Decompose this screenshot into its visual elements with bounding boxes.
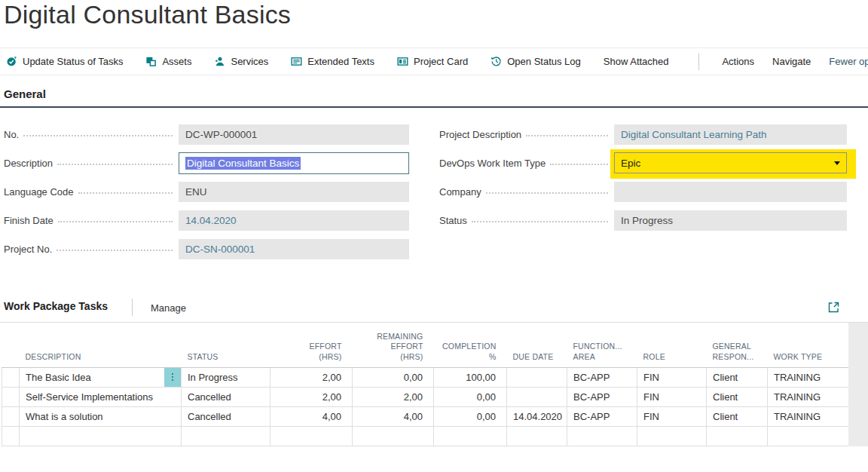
effort-cell[interactable]: 4,00: [270, 406, 353, 426]
task-row-empty[interactable]: [2, 426, 868, 446]
description-field: Description Digital Consultant Basics: [4, 152, 409, 173]
effort-cell[interactable]: 2,00: [270, 387, 353, 406]
general-responsibility-cell[interactable]: Client: [707, 367, 768, 387]
completion-cell[interactable]: [434, 426, 507, 446]
role-cell[interactable]: FIN: [637, 387, 707, 406]
due-date-cell[interactable]: 14.04.2020: [507, 406, 567, 426]
task-row[interactable]: What is a solution Cancelled 4,00 4,00 0…: [2, 406, 868, 426]
column-header-role[interactable]: ROLE: [637, 323, 707, 367]
column-header-due-date[interactable]: DUE DATE: [507, 323, 567, 367]
status-value: In Progress: [614, 210, 847, 231]
remaining-effort-cell[interactable]: [353, 426, 434, 446]
update-status-icon: [6, 56, 17, 67]
row-options-icon[interactable]: [164, 368, 181, 387]
toolbar-label: Extended Texts: [307, 56, 374, 67]
due-date-cell[interactable]: [507, 367, 567, 387]
description-input[interactable]: Digital Consultant Basics: [179, 152, 409, 174]
description-cell[interactable]: Self-Service Implementations: [20, 387, 182, 406]
project-card-button[interactable]: Project Card: [397, 56, 468, 67]
status-cell[interactable]: Cancelled: [182, 387, 270, 406]
row-selector-cell[interactable]: [2, 387, 20, 406]
description-cell[interactable]: [20, 426, 182, 446]
due-date-cell[interactable]: [507, 426, 567, 446]
language-code-label: Language Code: [4, 186, 78, 198]
row-selector-header: [2, 323, 20, 367]
row-selector-cell[interactable]: [2, 426, 20, 446]
description-cell[interactable]: What is a solution: [20, 406, 182, 426]
tasks-heading-separator: [132, 299, 133, 316]
tasks-section-heading[interactable]: Work Package Tasks: [4, 300, 108, 312]
remaining-effort-cell[interactable]: 4,00: [353, 406, 434, 426]
function-area-cell[interactable]: BC-APP: [567, 367, 637, 387]
table-scrollbar-gutter[interactable]: [848, 323, 868, 446]
effort-cell[interactable]: 2,00: [270, 367, 353, 387]
role-cell[interactable]: FIN: [637, 367, 707, 387]
task-row[interactable]: Self-Service Implementations Cancelled 2…: [2, 387, 868, 406]
remaining-effort-cell[interactable]: 2,00: [353, 387, 434, 406]
description-cell[interactable]: The Basic Idea: [20, 367, 182, 387]
column-header-effort[interactable]: EFFORT(HRS): [270, 323, 353, 367]
project-no-field: Project No. DC-SN-000001: [4, 238, 409, 259]
no-field: No. DC-WP-000001: [4, 124, 409, 145]
row-selector-cell[interactable]: [2, 406, 20, 426]
open-status-log-button[interactable]: Open Status Log: [491, 56, 581, 67]
row-selector-cell[interactable]: [2, 367, 20, 387]
status-field: Status In Progress: [439, 210, 847, 231]
devops-work-item-type-field: DevOps Work Item Type Epic: [439, 152, 847, 173]
assets-icon: [145, 56, 157, 67]
history-icon: [491, 56, 502, 67]
status-cell[interactable]: [182, 426, 270, 446]
page-title: Digital Consultant Basics: [4, 0, 291, 29]
fewer-options-menu[interactable]: Fewer options: [829, 56, 868, 67]
extended-texts-button[interactable]: Extended Texts: [291, 56, 374, 67]
role-cell[interactable]: [637, 426, 707, 446]
action-toolbar: Update Status of Tasks Assets Services E…: [0, 48, 868, 75]
toolbar-separator: [698, 54, 699, 70]
due-date-cell[interactable]: [507, 387, 567, 406]
services-button[interactable]: Services: [214, 56, 268, 67]
toolbar-label: Project Card: [414, 56, 468, 67]
completion-cell[interactable]: 100,00: [434, 367, 507, 387]
column-header-completion[interactable]: COMPLETION%: [434, 323, 507, 367]
role-cell[interactable]: FIN: [637, 406, 707, 426]
dotted-leader: [78, 192, 173, 194]
language-code-value: ENU: [179, 182, 409, 202]
remaining-effort-cell[interactable]: 0,00: [353, 367, 434, 387]
devops-work-item-type-select[interactable]: Epic: [614, 152, 847, 173]
column-header-status[interactable]: STATUS: [182, 323, 270, 367]
table-header-row: DESCRIPTION STATUS EFFORT(HRS) REMAINING…: [2, 323, 868, 367]
show-attached-button[interactable]: Show Attached: [604, 56, 669, 67]
dotted-leader: [526, 135, 608, 136]
general-section-heading[interactable]: General: [4, 87, 46, 100]
finish-date-label: Finish Date: [4, 215, 58, 226]
task-row[interactable]: The Basic Idea In Progress 2,00 0,00 100…: [2, 367, 868, 387]
dotted-leader: [486, 192, 608, 194]
assets-button[interactable]: Assets: [145, 56, 191, 67]
column-header-description[interactable]: DESCRIPTION: [20, 323, 182, 367]
general-responsibility-cell[interactable]: [707, 426, 768, 446]
manage-menu[interactable]: Manage: [151, 302, 186, 314]
column-header-remaining-effort[interactable]: REMAININGEFFORT(HRS): [353, 323, 434, 367]
work-package-tasks-table: DESCRIPTION STATUS EFFORT(HRS) REMAINING…: [2, 323, 868, 446]
function-area-cell[interactable]: BC-APP: [567, 406, 637, 426]
navigate-menu[interactable]: Navigate: [772, 56, 811, 67]
effort-cell[interactable]: [270, 426, 353, 446]
general-responsibility-cell[interactable]: Client: [707, 387, 768, 406]
function-area-cell[interactable]: BC-APP: [567, 387, 637, 406]
toolbar-menus: Actions Navigate Fewer options: [722, 56, 868, 67]
actions-menu[interactable]: Actions: [722, 56, 754, 67]
completion-cell[interactable]: 0,00: [434, 387, 507, 406]
status-cell[interactable]: In Progress: [182, 367, 270, 387]
general-responsibility-cell[interactable]: Client: [707, 406, 768, 426]
expand-table-icon[interactable]: [827, 301, 840, 314]
status-cell[interactable]: Cancelled: [182, 406, 270, 426]
column-header-function-area[interactable]: FUNCTION...AREA: [567, 323, 637, 367]
toolbar-label: Assets: [162, 56, 191, 67]
company-value: [614, 182, 847, 202]
finish-date-value: 14.04.2020: [179, 210, 409, 231]
column-header-general-responsibility[interactable]: GENERALRESPON...: [707, 323, 768, 367]
function-area-cell[interactable]: [567, 426, 637, 446]
toolbar-label: Open Status Log: [507, 56, 581, 67]
completion-cell[interactable]: 0,00: [434, 406, 507, 426]
update-status-of-tasks-button[interactable]: Update Status of Tasks: [6, 56, 123, 67]
